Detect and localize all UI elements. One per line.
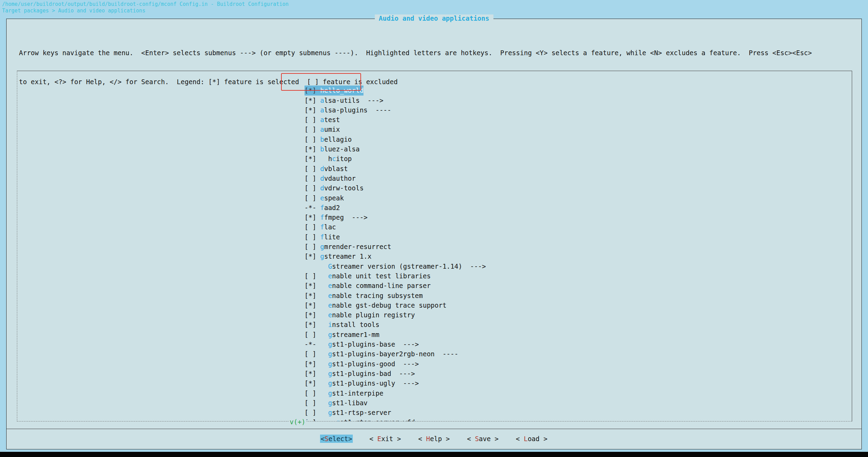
item-hotkey: e [320, 194, 324, 202]
item-hotkey: e [328, 301, 332, 309]
item-hotkey: b [320, 145, 324, 153]
dialog-title: Audio and video applications [375, 14, 493, 22]
item-hotkey: e [328, 282, 332, 289]
item-hotkey: e [328, 292, 332, 299]
menu-item-text: [*] enable plugin registry [305, 310, 415, 320]
menu-item-text: [*] alsa-utils ---> [305, 96, 383, 105]
menu-item-text: Gstreamer version (gstreamer-1.14) ---> [305, 261, 486, 271]
item-label: mrender-resurrect [324, 243, 391, 250]
load-button[interactable]: < Load > [515, 435, 548, 443]
item-checkbox: [*] [305, 145, 320, 153]
button-label: elp > [430, 435, 450, 443]
save-button[interactable]: < Save > [466, 435, 499, 443]
menu-item-text: [*] gstreamer 1.x [305, 251, 372, 261]
item-hotkey: g [320, 252, 324, 260]
item-hotkey: i [328, 321, 332, 328]
menu-item[interactable]: [ ] aumix [289, 115, 852, 125]
item-label: nable plugin registry [332, 311, 415, 319]
item-label: st1-plugins-bayer2rgb-neon ---- [332, 350, 458, 358]
item-checkbox: [ ] [305, 194, 320, 202]
item-hotkey: a [320, 106, 324, 114]
menu-item[interactable]: [*] ffmpeg ---> [289, 203, 852, 212]
item-hotkey: g [328, 409, 332, 416]
item-hotkey: d [320, 165, 324, 172]
menu-item-text: [ ] bellagio [305, 135, 352, 144]
menu-item-text: [*] bluez-alsa [305, 144, 360, 154]
button-bar: <Select>< Exit >< Help >< Save >< Load > [7, 435, 861, 443]
item-checkbox: [ ] [305, 331, 328, 338]
menu-item[interactable]: [ ] flac [289, 212, 852, 222]
item-checkbox: [ ] [305, 136, 320, 143]
item-label: vdrw-tools [324, 184, 363, 192]
menu-item[interactable]: [*] hcitop [289, 144, 852, 154]
menu-item[interactable]: [*] bluez-alsa [289, 135, 852, 144]
exit-button[interactable]: < Exit > [369, 435, 402, 443]
menu-item[interactable]: [ ] bellagio [289, 125, 852, 134]
item-label: itop [336, 155, 352, 162]
item-hotkey: b [320, 136, 324, 143]
item-checkbox: [ ] [305, 223, 320, 231]
item-checkbox: [ ] [305, 389, 328, 397]
button-hotkey: L [524, 435, 528, 443]
item-checkbox: [ ] [305, 243, 320, 250]
menu-item[interactable]: [*] hello_world [289, 76, 852, 86]
item-hotkey: g [336, 418, 340, 421]
item-hotkey: g [328, 340, 332, 348]
item-hotkey: f [320, 223, 324, 231]
menu-item[interactable]: Gstreamer version (gstreamer-1.14) ---> [289, 251, 852, 261]
item-checkbox: [*] [305, 292, 328, 299]
item-hotkey: a [320, 126, 324, 133]
item-hotkey: c [332, 155, 336, 162]
item-label: ello_world [324, 87, 363, 94]
menu-item[interactable]: [*] alsa-utils ---> [289, 86, 852, 95]
menu-item-text: [*] enable tracing subsystem [305, 291, 423, 300]
select-button[interactable]: <Select> [320, 435, 353, 443]
item-checkbox: [*] [305, 87, 320, 94]
menu-item[interactable]: [ ] gst1-rtsp-server [289, 398, 852, 408]
menu-item-text: [ ] dvblast [305, 164, 348, 173]
button-hotkey: S [475, 435, 479, 443]
item-label: nable command-line parser [332, 282, 431, 289]
menu-item[interactable]: [ ] gmrender-resurrect [289, 232, 852, 242]
item-label: nable gst-debug trace support [332, 301, 447, 309]
menu-item-text: [*] alsa-plugins ---- [305, 105, 391, 115]
menu-item[interactable]: [ ] espeak [289, 183, 852, 193]
item-label: luez-alsa [324, 145, 360, 153]
item-checkbox: [*] [305, 213, 320, 221]
item-hotkey: f [320, 213, 324, 221]
item-checkbox: [*] [305, 370, 328, 377]
menu-item-text: [ ] gst1-rtsp-server-wfd [305, 417, 415, 421]
item-label: st1-interpipe [332, 389, 383, 397]
button-label: elect> [329, 435, 352, 443]
terminal-bottom-bar [0, 452, 868, 457]
menu-item-text: [ ] flac [305, 222, 336, 232]
item-checkbox: -*- [305, 204, 320, 211]
item-label: aad2 [324, 204, 340, 211]
button-label: xit > [381, 435, 401, 443]
menu-item-text: [*] enable gst-debug trace support [305, 300, 447, 310]
button-bar-separator [7, 429, 861, 429]
item-checkbox: [*] [305, 321, 328, 328]
item-checkbox: [*] h [305, 155, 332, 162]
instructions-line1: Arrow keys navigate the menu. <Enter> se… [19, 48, 812, 58]
menu-item[interactable]: [ ] dvdauthor [289, 164, 852, 173]
item-label: umix [324, 126, 340, 133]
item-label: speak [324, 194, 344, 202]
item-label: fmpeg ---> [324, 213, 368, 221]
item-hotkey: h [320, 87, 324, 94]
item-checkbox: [*] [305, 311, 328, 319]
menu-item-text: [ ] atest [305, 115, 340, 125]
help-button[interactable]: < Help > [418, 435, 451, 443]
menu-item[interactable]: [ ] dvdrw-tools [289, 173, 852, 183]
menu-item[interactable]: [ ] dvblast [289, 154, 852, 163]
more-below-indicator: v(+) [289, 418, 307, 426]
item-checkbox: [*] [305, 252, 320, 260]
menu-item[interactable]: [ ] flite [289, 222, 852, 232]
item-label: streamer 1.x [324, 252, 371, 260]
menu-item[interactable]: -*- faad2 [289, 193, 852, 203]
item-checkbox: [*] [305, 97, 320, 104]
menuconfig-dialog: Audio and video applications Arrow keys … [6, 19, 862, 449]
item-label: lsa-plugins ---- [324, 106, 391, 114]
item-label: nable tracing subsystem [332, 292, 423, 299]
menu-item-text: [ ] gst1-interpipe [305, 388, 383, 398]
